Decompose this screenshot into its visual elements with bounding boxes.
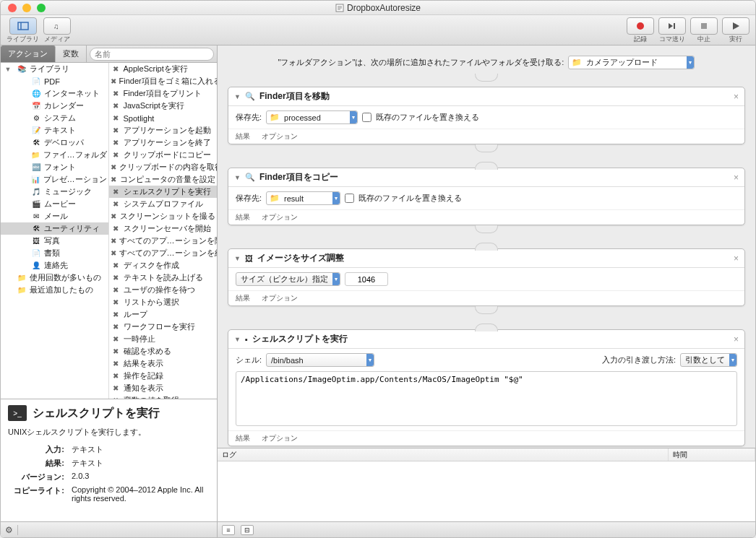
replace-checkbox[interactable]	[345, 194, 354, 203]
media-label: メディア	[44, 35, 70, 44]
action-list-item[interactable]: ✖ディスクを作成	[109, 259, 218, 272]
action-list-item[interactable]: ✖コンピュータの音量を設定	[109, 173, 218, 186]
action-list-item[interactable]: ✖ループ	[109, 308, 218, 321]
action-list-item[interactable]: ✖スクリーンセーバを開始	[109, 222, 218, 235]
replace-checkbox[interactable]	[362, 113, 371, 122]
gear-icon[interactable]: ⚙	[5, 525, 13, 535]
tab-actions[interactable]: アクション	[1, 45, 56, 62]
action-list-item[interactable]: ✖AppleScriptを実行	[109, 63, 218, 75]
action-list-item[interactable]: ✖確認を求める	[109, 345, 218, 357]
size-input[interactable]	[345, 272, 388, 286]
library-item[interactable]: 📊プレゼ…ーション	[1, 173, 108, 186]
time-column-header[interactable]: 時間	[669, 448, 755, 461]
view-mode-list-button[interactable]: ≡	[222, 525, 235, 535]
action-list-item[interactable]: ✖結果を表示	[109, 357, 218, 370]
size-mode-select[interactable]: サイズ（ピクセル）指定▾	[236, 272, 340, 286]
action-list-item[interactable]: ✖操作を記録	[109, 370, 218, 382]
record-button[interactable]	[627, 17, 654, 35]
pass-input-select[interactable]: 引数として▾	[680, 353, 737, 367]
options-link[interactable]: オプション	[262, 433, 298, 443]
action-list-item[interactable]: ✖Finder項目をゴミ箱に入れる	[109, 75, 218, 87]
description-subtitle: UNIXシェルスクリプトを実行します。	[8, 427, 210, 438]
script-textarea[interactable]	[236, 371, 737, 426]
library-item[interactable]: 📁ファイ…フォルダ	[1, 149, 108, 161]
action-list-item[interactable]: ✖すべてのアプ…ーションを隠す	[109, 235, 218, 247]
action-card-scale-image: ▼ 🖼 イメージをサイズ調整 × サイズ（ピクセル）指定▾ 結果 オプション	[228, 248, 745, 306]
step-button[interactable]	[658, 17, 686, 35]
media-button[interactable]: ♫	[43, 17, 71, 35]
action-list-item[interactable]: ✖通知を表示	[109, 382, 218, 394]
results-link[interactable]: 結果	[236, 212, 250, 222]
library-item[interactable]: ⚙システム	[1, 112, 108, 124]
library-item[interactable]: 🛠デベロッパ	[1, 136, 108, 149]
action-list-item[interactable]: ✖ワークフローを実行	[109, 321, 218, 333]
stop-label: 中止	[697, 35, 710, 44]
close-icon[interactable]: ×	[734, 334, 739, 344]
disclosure-triangle[interactable]: ▼	[234, 336, 241, 343]
action-list-item[interactable]: ✖クリップボードの内容を取得	[109, 161, 218, 173]
library-item[interactable]: 🖼写真	[1, 235, 108, 247]
library-item[interactable]: 📄PDF	[1, 75, 108, 87]
action-list-item[interactable]: ✖JavaScriptを実行	[109, 100, 218, 112]
disclosure-triangle[interactable]: ▼	[234, 93, 241, 100]
action-list-item[interactable]: ✖クリップボードにコピー	[109, 149, 218, 161]
options-link[interactable]: オプション	[262, 212, 298, 222]
input-folder-select[interactable]: 📁 カメラアップロード ▾	[568, 56, 695, 69]
action-icon: ✖	[111, 162, 116, 173]
action-icon: ✖	[111, 138, 121, 148]
category-icon: 👤	[31, 261, 41, 271]
library-smart-item[interactable]: 📁最近追加したもの	[1, 284, 108, 296]
library-toggle-button[interactable]	[9, 17, 37, 35]
options-link[interactable]: オプション	[262, 131, 298, 142]
action-list-item[interactable]: ✖ユーザの操作を待つ	[109, 284, 218, 296]
results-link[interactable]: 結果	[236, 433, 250, 443]
options-link[interactable]: オプション	[262, 293, 298, 303]
action-list-item[interactable]: ✖一時停止	[109, 333, 218, 345]
action-list-item[interactable]: ✖すべてのアプ…ーションを終了	[109, 247, 218, 259]
library-item[interactable]: ✉メール	[1, 210, 108, 222]
divider	[17, 525, 18, 535]
library-item[interactable]: 🌐インターネット	[1, 87, 108, 100]
log-column-header[interactable]: ログ	[218, 448, 669, 461]
library-item[interactable]: 📝テキスト	[1, 124, 108, 136]
action-list-item[interactable]: ✖シェルスクリプトを実行	[109, 186, 218, 198]
results-link[interactable]: 結果	[236, 131, 250, 142]
destination-folder-select[interactable]: 📁 processed ▾	[266, 110, 358, 124]
library-item[interactable]: 👤連絡先	[1, 259, 108, 272]
destination-folder-select[interactable]: 📁 result ▾	[266, 191, 340, 205]
close-icon[interactable]: ×	[734, 92, 739, 102]
chevron-updown-icon: ▾	[332, 273, 340, 285]
action-list-item[interactable]: ✖Spotlight	[109, 112, 218, 124]
close-icon[interactable]: ×	[734, 173, 739, 183]
library-item[interactable]: 📄書類	[1, 247, 108, 259]
library-item[interactable]: 🔤フォント	[1, 161, 108, 173]
library-smart-item[interactable]: 📁使用回数が多いもの	[1, 272, 108, 284]
stop-button[interactable]	[690, 17, 718, 35]
search-input[interactable]	[90, 48, 214, 61]
results-link[interactable]: 結果	[236, 293, 250, 303]
action-icon: ✖	[111, 126, 121, 136]
library-item[interactable]: 🎬ムービー	[1, 198, 108, 210]
action-list-item[interactable]: ✖テキストを読み上げる	[109, 272, 218, 284]
action-list-item[interactable]: ✖Finder項目をプリント	[109, 87, 218, 100]
action-list-item[interactable]: ✖アプリケーションを起動	[109, 124, 218, 136]
action-icon: ✖	[111, 359, 121, 369]
run-button[interactable]	[722, 17, 749, 35]
action-list-item[interactable]: ✖アプリケーションを終了	[109, 136, 218, 149]
library-item[interactable]: 📅カレンダー	[1, 100, 108, 112]
library-item[interactable]: 🎵ミュージック	[1, 186, 108, 198]
action-list-item[interactable]: ✖システムプロファイル	[109, 198, 218, 210]
disclosure-triangle[interactable]: ▼	[234, 174, 241, 181]
close-icon[interactable]: ×	[734, 253, 739, 264]
action-list-item[interactable]: ✖リストから選択	[109, 296, 218, 308]
left-statusbar: ⚙	[1, 521, 217, 537]
shell-select[interactable]: /bin/bash▾	[266, 353, 374, 367]
action-list-item[interactable]: ✖スクリーンショットを撮る	[109, 210, 218, 222]
run-label: 実行	[729, 35, 742, 44]
description-title: シェルスクリプトを実行	[33, 406, 160, 421]
view-mode-flow-button[interactable]: ⊟	[241, 525, 254, 535]
tab-variables[interactable]: 変数	[56, 45, 87, 62]
library-item[interactable]: 🛠ユーティリティ	[1, 222, 108, 235]
disclosure-triangle[interactable]: ▼	[234, 255, 241, 262]
library-root[interactable]: ▼📚ライブラリ	[1, 63, 108, 75]
